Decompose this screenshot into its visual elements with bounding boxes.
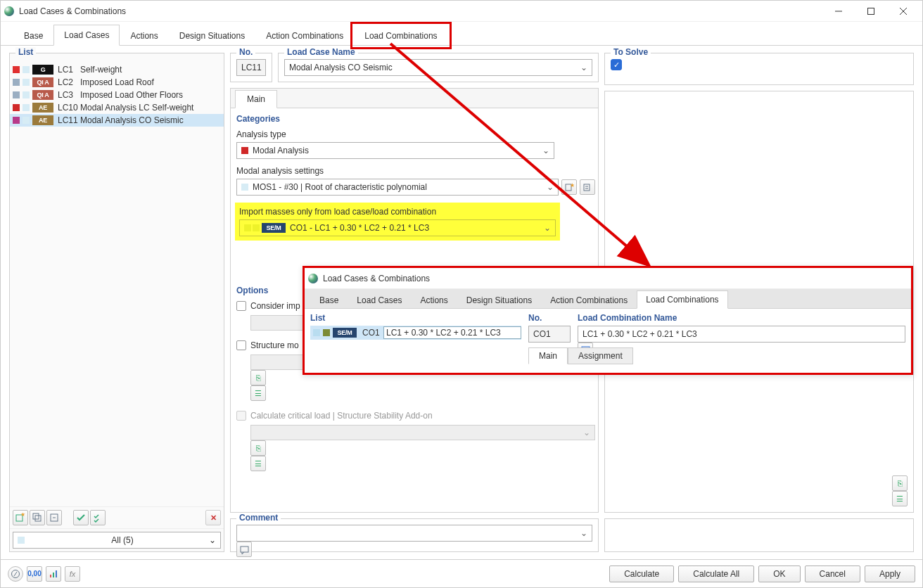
- popup-subtab-assignment[interactable]: Assignment: [568, 347, 633, 364]
- chevron-down-icon: ⌄: [209, 535, 216, 545]
- app-icon: [4, 6, 15, 17]
- tab-action-combinations[interactable]: Action Combinations: [255, 25, 354, 46]
- analysis-type-row: Analysis type Modal Analysis ⌄: [236, 129, 592, 159]
- popup-row-name: LC1 + 0.30 * LC2 + 0.21 * LC3: [383, 326, 521, 339]
- opt-structure-new-button[interactable]: ⎘: [250, 370, 266, 385]
- popup-subtab-main[interactable]: Main: [528, 347, 568, 364]
- clone-button[interactable]: [46, 510, 62, 525]
- tab-actions[interactable]: Actions: [120, 25, 168, 46]
- cancel-button[interactable]: Cancel: [805, 565, 860, 582]
- right-edit-button[interactable]: ☰: [892, 491, 908, 506]
- top-tabstrip: BaseLoad CasesActionsDesign SituationsAc…: [1, 22, 922, 46]
- popup-subtabs: MainAssignment: [528, 347, 571, 364]
- modal-settings-row: Modal analysis settings MOS1 - #30 | Roo…: [236, 166, 592, 196]
- row-swatch1: [13, 66, 20, 73]
- units-button[interactable]: 0,00: [27, 566, 42, 582]
- popup-tab-actions[interactable]: Actions: [411, 291, 457, 309]
- popup-tab-load-cases[interactable]: Load Cases: [348, 291, 411, 309]
- help-button[interactable]: [8, 566, 23, 582]
- opt-structure-edit-button[interactable]: ☰: [250, 385, 266, 401]
- row-swatch1: [13, 91, 20, 98]
- filter-select[interactable]: All (5) ⌄: [13, 532, 221, 549]
- apply-button[interactable]: Apply: [865, 565, 915, 582]
- minimize-button[interactable]: [822, 1, 855, 21]
- footer: 0,00 fx CalculateCalculate AllOKCancelAp…: [1, 559, 922, 587]
- row-swatch2: [23, 91, 30, 98]
- row-swatch2: [23, 117, 30, 124]
- popup-mid: No. CO1 MainAssignment: [528, 313, 571, 369]
- list-item[interactable]: AELC10Modal Analysis LC Self-weight: [10, 101, 224, 114]
- svg-rect-12: [584, 184, 590, 191]
- filter-swatch: [18, 537, 25, 544]
- inner-tab-main[interactable]: Main: [235, 90, 277, 108]
- comment-panel: Comment ⌄: [230, 518, 599, 552]
- list-item[interactable]: AELC11Modal Analysis CO Seismic: [10, 114, 224, 127]
- row-swatch2: [23, 66, 30, 73]
- maximize-button[interactable]: [855, 1, 887, 21]
- opt-critical-label: Calculate critical load | Structure Stab…: [250, 411, 433, 421]
- check-list-button[interactable]: [73, 510, 89, 525]
- list-item[interactable]: GLC1Self-weight: [10, 63, 224, 76]
- tab-load-cases[interactable]: Load Cases: [53, 25, 120, 46]
- left-toolbar: ★ ✕: [10, 506, 224, 528]
- modal-settings-swatch: [241, 184, 248, 191]
- modal-settings-value: MOS1 - #30 | Root of characteristic poly…: [253, 182, 427, 192]
- calculate-button[interactable]: Calculate: [609, 565, 674, 582]
- calculate-all-button[interactable]: Calculate All: [678, 565, 754, 582]
- lc-name-select[interactable]: Modal Analysis CO Seismic ⌄: [284, 59, 592, 76]
- new-item-button[interactable]: ★: [13, 510, 28, 525]
- comment-button[interactable]: [236, 542, 252, 557]
- popup-tab-load-combinations[interactable]: Load Combinations: [637, 290, 727, 309]
- row-name: Modal Analysis LC Self-weight: [80, 103, 224, 113]
- edit-settings-button[interactable]: [580, 179, 595, 195]
- to-solve-checkbox[interactable]: ✓: [611, 59, 622, 70]
- opt-consider-checkbox[interactable]: [236, 301, 246, 311]
- chart-button[interactable]: [46, 566, 61, 582]
- list-item[interactable]: QI ALC2Imposed Load Roof: [10, 76, 224, 89]
- check-tree-button[interactable]: [90, 510, 106, 525]
- popup-name-field[interactable]: LC1 + 0.30 * LC2 + 0.21 * LC3: [578, 326, 905, 343]
- inner-tabstrip: Main: [231, 89, 598, 108]
- popup-name-label: Load Combination Name: [578, 313, 905, 323]
- right-bottom-panel: [604, 518, 914, 552]
- row-no: LC10: [56, 103, 77, 113]
- opt-critical-edit-button[interactable]: ☰: [250, 456, 266, 471]
- chevron-down-icon: ⌄: [544, 223, 551, 233]
- popup-tabstrip: BaseLoad CasesActionsDesign SituationsAc…: [305, 289, 911, 309]
- opt-critical-new-button[interactable]: ⎘: [250, 440, 266, 456]
- list-item[interactable]: QI ALC3Imposed Load Other Floors: [10, 89, 224, 101]
- popup-tab-design-situations[interactable]: Design Situations: [457, 291, 541, 309]
- svg-rect-15: [241, 547, 248, 552]
- popup-tab-base[interactable]: Base: [310, 291, 348, 309]
- row-swatch1: [13, 79, 20, 86]
- popup-tab-action-combinations[interactable]: Action Combinations: [541, 291, 637, 309]
- fx-button[interactable]: fx: [65, 566, 80, 582]
- analysis-type-select[interactable]: Modal Analysis ⌄: [236, 142, 554, 159]
- tab-design-situations[interactable]: Design Situations: [169, 25, 255, 46]
- delete-button[interactable]: ✕: [205, 510, 221, 525]
- to-solve-label: To Solve: [611, 47, 651, 57]
- tab-base[interactable]: Base: [13, 25, 53, 46]
- import-masses-select[interactable]: SE/M CO1 - LC1 + 0.30 * LC2 + 0.21 * LC3…: [239, 219, 556, 236]
- section-categories: Categories: [236, 114, 592, 124]
- modal-settings-select[interactable]: MOS1 - #30 | Root of characteristic poly…: [236, 179, 559, 196]
- opt-structure-checkbox[interactable]: [236, 340, 246, 350]
- popup-row-swatch2: [323, 329, 330, 336]
- app-icon: [307, 273, 319, 284]
- svg-text:★: ★: [570, 183, 574, 188]
- popup-list-row[interactable]: SE/M CO1 LC1 + 0.30 * LC2 + 0.21 * LC3: [310, 326, 521, 340]
- close-button[interactable]: [887, 1, 919, 21]
- new-settings-button[interactable]: ★: [561, 179, 577, 195]
- copy-button[interactable]: [30, 510, 45, 525]
- popup-titlebar: Load Cases & Combinations: [305, 268, 911, 289]
- comment-select[interactable]: ⌄: [236, 525, 592, 542]
- row-no: LC11: [56, 115, 77, 125]
- import-badge: SE/M: [262, 223, 286, 233]
- ok-button[interactable]: OK: [758, 565, 800, 582]
- import-masses-label: Import masses only from load case/load c…: [239, 207, 556, 217]
- tab-load-combinations[interactable]: Load Combinations: [354, 25, 447, 46]
- popup-body: List SE/M CO1 LC1 + 0.30 * LC2 + 0.21 * …: [305, 309, 911, 373]
- right-new-button[interactable]: ⎘: [892, 475, 908, 491]
- opt-consider-label: Consider imp: [250, 301, 300, 311]
- popup-no-label: No.: [528, 313, 571, 323]
